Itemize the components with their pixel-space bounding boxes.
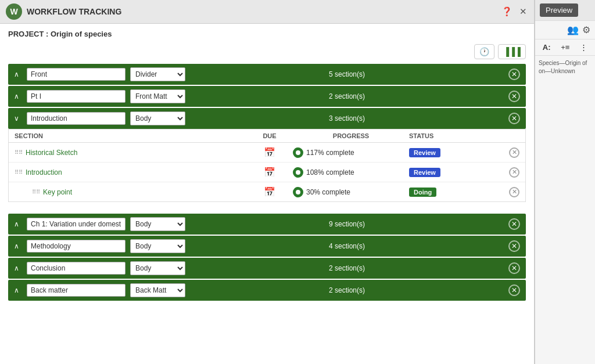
chapter-type-ch1[interactable]: Body: [130, 217, 185, 231]
col-action: [490, 132, 519, 139]
chapter-toggle-conclusion[interactable]: ∧: [14, 264, 22, 272]
chapter-section-count-conclusion: 2 section(s): [190, 264, 504, 272]
col-due: DUE: [246, 132, 293, 139]
font-size-icon[interactable]: A:: [543, 43, 551, 52]
close-icon[interactable]: ✕: [518, 5, 528, 18]
row-close-0[interactable]: ✕: [509, 147, 519, 158]
chapter-section-count-front: 5 section(s): [190, 70, 504, 78]
chapter-section-count-ch1: 9 section(s): [190, 220, 504, 228]
status-badge: Review: [409, 168, 440, 177]
col-status: STATUS: [409, 132, 490, 139]
chapter-toggle-methodology[interactable]: ∧: [14, 242, 22, 250]
chapter-toggle-back_matter[interactable]: ∧: [14, 286, 22, 294]
chapter-section-count-methodology: 4 section(s): [190, 242, 504, 250]
chapter-row-methodology: ∧ Body 4 section(s) ✕: [8, 236, 526, 257]
progress-cell-2: 30% complete: [293, 187, 409, 197]
history-button[interactable]: 🕐: [474, 44, 494, 59]
chapter-close-front[interactable]: ✕: [508, 69, 520, 80]
status-badge: Review: [409, 148, 440, 157]
section-name-0[interactable]: ⠿⠿ Historical Sketch: [15, 149, 246, 157]
col-progress: PROGRESS: [293, 132, 409, 139]
table-row: ⠿⠿ Introduction 📅 108% complete Review ✕: [9, 163, 525, 182]
chapter-close-back_matter[interactable]: ✕: [508, 284, 520, 296]
chapter-name-front[interactable]: [27, 68, 126, 81]
chapter-toggle-front[interactable]: ∧: [14, 70, 22, 78]
project-name: Origin of species: [51, 30, 112, 38]
app-logo: W: [6, 3, 22, 20]
chapter-name-ch1[interactable]: [27, 218, 126, 230]
chapter-name-pt1[interactable]: [27, 90, 126, 103]
chapter-name-introduction[interactable]: [27, 112, 126, 125]
progress-circle: [293, 167, 303, 178]
help-icon[interactable]: ❓: [500, 5, 514, 18]
row-close-2[interactable]: ✕: [509, 187, 519, 197]
col-section: SECTION: [15, 132, 246, 139]
add-list-icon[interactable]: +≡: [561, 43, 569, 52]
project-header: PROJECT : Origin of species: [8, 30, 526, 38]
chapter-type-conclusion[interactable]: Body: [130, 261, 185, 275]
chapter-type-introduction[interactable]: Body: [130, 111, 185, 125]
chapter-toggle-ch1[interactable]: ∧: [14, 220, 22, 228]
chapter-section-count-pt1: 2 section(s): [190, 92, 504, 100]
gear-icon[interactable]: ⚙: [582, 24, 590, 35]
preview-button[interactable]: Preview: [540, 3, 578, 17]
content-area: PROJECT : Origin of species 🕐 ▐▐▐ ∧ Divi…: [0, 24, 534, 364]
due-calendar-1[interactable]: 📅: [246, 167, 293, 178]
more-options-icon[interactable]: ⋮: [580, 43, 587, 52]
section-name-2[interactable]: ⠿⠿ Key point: [32, 188, 246, 196]
title-bar-icons: ❓ ✕: [500, 5, 528, 18]
right-sidebar: Preview 👥 ⚙ A: +≡ ⋮ Species—Origin of on…: [535, 0, 595, 364]
status-badge-1: Review: [409, 168, 490, 176]
chapter-type-pt1[interactable]: Front Matt: [130, 89, 185, 103]
chapter-close-introduction[interactable]: ✕: [508, 113, 520, 124]
chapter-name-methodology[interactable]: [27, 240, 126, 253]
due-calendar-0[interactable]: 📅: [246, 147, 293, 158]
chapter-close-ch1[interactable]: ✕: [508, 218, 520, 230]
sidebar-preview-text: Species—Origin of on—Unknown: [535, 56, 595, 79]
progress-text: 108% complete: [306, 168, 354, 176]
chapter-toggle-introduction[interactable]: ∨: [14, 114, 22, 122]
chapter-row-pt1: ∧ Front Matt 2 section(s) ✕: [8, 86, 526, 107]
chapter-type-back_matter[interactable]: Back Matt: [130, 283, 185, 297]
table-row: ⠿⠿ Key point 📅 30% complete Doing ✕: [9, 182, 525, 201]
sidebar-top: Preview: [535, 0, 595, 21]
title-bar: W WORKFLOW TRACKING ❓ ✕: [0, 0, 534, 24]
drag-handle: ⠿⠿: [32, 189, 40, 195]
drag-handle: ⠿⠿: [15, 169, 23, 175]
chapter-type-methodology[interactable]: Body: [130, 239, 185, 253]
users-icon[interactable]: 👥: [567, 24, 579, 35]
chapter-name-back_matter[interactable]: [27, 284, 126, 297]
columns-button[interactable]: ▐▐▐: [498, 44, 526, 59]
progress-text: 117% complete: [306, 149, 354, 157]
status-badge-0: Review: [409, 148, 490, 157]
app-title: WORKFLOW TRACKING: [27, 7, 496, 16]
section-name-1[interactable]: ⠿⠿ Introduction: [15, 168, 246, 176]
chapters-container: ∧ Divider 5 section(s) ✕ ∧ Front Matt 2 …: [8, 64, 526, 301]
chapter-close-methodology[interactable]: ✕: [508, 240, 520, 252]
progress-cell-0: 117% complete: [293, 147, 409, 158]
chapter-row-introduction: ∨ Body 3 section(s) ✕: [8, 108, 526, 129]
progress-circle: [293, 147, 303, 158]
chapter-name-conclusion[interactable]: [27, 262, 126, 275]
progress-cell-1: 108% complete: [293, 167, 409, 178]
chapter-row-front: ∧ Divider 5 section(s) ✕: [8, 64, 526, 85]
chapter-toggle-pt1[interactable]: ∧: [14, 92, 22, 100]
chapter-section-count-back_matter: 2 section(s): [190, 286, 504, 294]
chapter-section-count-introduction: 3 section(s): [190, 114, 504, 122]
chapter-row-ch1: ∧ Body 9 section(s) ✕: [8, 214, 526, 235]
row-close-1[interactable]: ✕: [509, 167, 519, 178]
chapter-close-pt1[interactable]: ✕: [508, 91, 520, 102]
chapter-type-front[interactable]: Divider: [130, 67, 185, 81]
due-calendar-2[interactable]: 📅: [246, 186, 293, 197]
section-table-header: SECTION DUE PROGRESS STATUS: [9, 129, 525, 143]
status-badge: Doing: [409, 188, 436, 197]
chapter-row-conclusion: ∧ Body 2 section(s) ✕: [8, 258, 526, 279]
toolbar-row: 🕐 ▐▐▐: [8, 44, 526, 59]
chapter-close-conclusion[interactable]: ✕: [508, 262, 520, 274]
section-table-introduction: SECTION DUE PROGRESS STATUS ⠿⠿ Historica…: [8, 129, 526, 202]
table-row: ⠿⠿ Historical Sketch 📅 117% complete Rev…: [9, 143, 525, 163]
progress-circle: [293, 187, 303, 197]
progress-text: 30% complete: [306, 188, 350, 196]
drag-handle: ⠿⠿: [15, 149, 23, 156]
project-label: PROJECT :: [8, 30, 48, 38]
